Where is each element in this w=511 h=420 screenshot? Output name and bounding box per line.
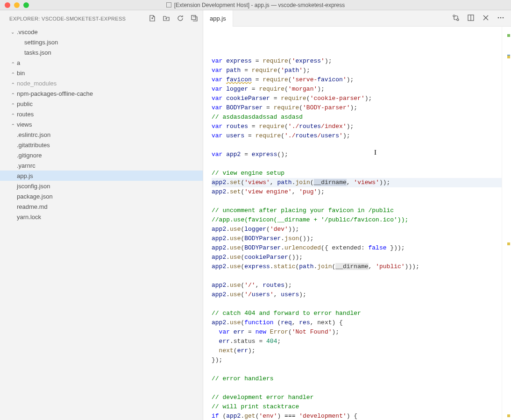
tab-label: app.js xyxy=(210,15,226,22)
code-line: app2.use(logger('dev')); xyxy=(212,225,502,234)
file-.gitattributes[interactable]: .gitattributes xyxy=(0,140,203,150)
main-area: EXPLORER: VSCODE-SMOKETEST-EXPRESS ⌄.vsc… xyxy=(0,10,511,420)
code-line: // development error handler xyxy=(212,393,502,402)
tree-item-label: readme.md xyxy=(16,203,48,210)
close-window-button[interactable] xyxy=(5,2,10,8)
folder-bin[interactable]: ›bin xyxy=(0,68,203,78)
tree-item-label: npm-packages-offline-cache xyxy=(16,90,93,97)
code-line: app2.use(BODYParser.urlencoded({ extende… xyxy=(212,243,502,253)
tree-item-label: a xyxy=(16,59,20,66)
code-line: // asdasdasdadssad asdasd xyxy=(212,113,502,122)
window-title-text: [Extension Development Host] - app.js — … xyxy=(174,2,345,8)
tree-item-label: node_modules xyxy=(16,80,57,87)
tree-item-label: bin xyxy=(16,70,25,77)
explorer-sidebar: EXPLORER: VSCODE-SMOKETEST-EXPRESS ⌄.vsc… xyxy=(0,10,203,420)
tree-item-label: settings.json xyxy=(23,39,58,46)
code-line: var app2 = express(); xyxy=(212,150,502,159)
code-line: var express = require('express'); xyxy=(212,57,502,66)
minimap-marker xyxy=(507,242,510,245)
code-line: app2.use('/', routes); xyxy=(212,281,502,290)
tree-item-label: app.js xyxy=(16,172,33,179)
file-readme.md[interactable]: readme.md xyxy=(0,201,203,212)
folder-views[interactable]: ›views xyxy=(0,119,203,129)
file-.yarnrc[interactable]: .yarnrc xyxy=(0,160,203,171)
compare-changes-icon[interactable] xyxy=(452,14,460,23)
code-line: app2.use(BODYParser.json()); xyxy=(212,234,502,243)
file-tree[interactable]: ⌄.vscodesettings.jsontasks.json›a›bin›no… xyxy=(0,27,203,420)
folder-.vscode[interactable]: ⌄.vscode xyxy=(0,27,203,37)
new-file-icon[interactable] xyxy=(149,14,156,23)
new-folder-icon[interactable] xyxy=(163,14,170,23)
code-line: // catch 404 and forward to error handle… xyxy=(212,309,502,318)
split-editor-icon[interactable] xyxy=(467,14,475,23)
code-line: }); xyxy=(212,356,502,365)
chevron-icon: ⌄ xyxy=(9,29,16,35)
file-settings.json[interactable]: settings.json xyxy=(0,37,203,47)
code-line: var BODYParser = require('BODY-parser'); xyxy=(212,103,502,113)
code-line: app2.use(cookieParser()); xyxy=(212,253,502,262)
file-app.js[interactable]: app.js xyxy=(0,171,203,181)
code-line: var favicon = require('serve-favicon'); xyxy=(212,75,502,85)
code-line xyxy=(212,141,502,150)
folder-routes[interactable]: ›routes xyxy=(0,109,203,119)
tree-item-label: tasks.json xyxy=(23,49,51,56)
code-line: next(err); xyxy=(212,346,502,356)
code-line: err.status = 404; xyxy=(212,337,502,346)
tree-item-label: .gitignore xyxy=(16,152,42,159)
chevron-icon: › xyxy=(10,70,15,76)
minimap-marker xyxy=(507,34,510,37)
code-line: var err = new Error('Not Found'); xyxy=(212,327,502,337)
tree-item-label: public xyxy=(16,100,33,107)
file-yarn.lock[interactable]: yarn.lock xyxy=(0,212,203,222)
code-line xyxy=(212,197,502,206)
tree-item-label: yarn.lock xyxy=(16,214,41,221)
dirty-indicator-icon xyxy=(166,2,171,7)
maximize-window-button[interactable] xyxy=(23,2,29,8)
tree-item-label: package.json xyxy=(16,193,53,200)
svg-point-5 xyxy=(500,17,502,18)
code-area: I var express = require('express');var p… xyxy=(203,27,511,420)
folder-a[interactable]: ›a xyxy=(0,57,203,68)
close-editor-icon[interactable] xyxy=(482,14,490,23)
chevron-icon: › xyxy=(10,111,15,117)
tab-bar: app.js xyxy=(203,10,511,27)
chevron-icon: › xyxy=(10,121,15,128)
code-editor[interactable]: I var express = require('express');var p… xyxy=(203,27,502,420)
tree-item-label: jsconfig.json xyxy=(16,183,50,190)
code-line: app2.set('view engine', 'pug'); xyxy=(212,187,502,197)
code-line: //app.use(favicon(__dirname + '/public/f… xyxy=(212,215,502,225)
code-line: var path = require('path'); xyxy=(212,66,502,75)
code-line xyxy=(212,384,502,393)
svg-point-6 xyxy=(503,17,504,18)
file-jsconfig.json[interactable]: jsconfig.json xyxy=(0,181,203,191)
code-line: // will print stacktrace xyxy=(212,402,502,412)
folder-public[interactable]: ›public xyxy=(0,99,203,109)
code-line xyxy=(212,271,502,281)
refresh-icon[interactable] xyxy=(177,14,184,23)
code-line: var logger = require('morgan'); xyxy=(212,85,502,94)
minimap-marker xyxy=(507,56,510,58)
svg-rect-0 xyxy=(192,15,196,20)
window-title: [Extension Development Host] - app.js — … xyxy=(0,2,511,8)
folder-node_modules[interactable]: ›node_modules xyxy=(0,78,203,88)
folder-npm-packages-offline-cache[interactable]: ›npm-packages-offline-cache xyxy=(0,88,203,99)
file-.eslintrc.json[interactable]: .eslintrc.json xyxy=(0,129,203,140)
file-package.json[interactable]: package.json xyxy=(0,191,203,201)
svg-point-2 xyxy=(457,19,459,21)
explorer-title: EXPLORER: VSCODE-SMOKETEST-EXPRESS xyxy=(9,16,126,21)
tree-item-label: .eslintrc.json xyxy=(16,131,50,138)
tree-item-label: .vscode xyxy=(16,28,38,36)
file-tasks.json[interactable]: tasks.json xyxy=(0,47,203,57)
code-line: var users = require('./routes/users'); xyxy=(212,131,502,141)
minimap[interactable] xyxy=(502,27,511,420)
minimize-window-button[interactable] xyxy=(14,2,20,8)
more-actions-icon[interactable] xyxy=(497,14,504,23)
chevron-icon: › xyxy=(10,100,15,107)
code-line: // error handlers xyxy=(212,374,502,384)
titlebar: [Extension Development Host] - app.js — … xyxy=(0,0,511,10)
code-line: app2.use(function (req, res, next) { xyxy=(212,318,502,327)
code-line: app2.use('/users', users); xyxy=(212,290,502,299)
file-.gitignore[interactable]: .gitignore xyxy=(0,150,203,160)
collapse-all-icon[interactable] xyxy=(191,14,198,23)
tab-app-js[interactable]: app.js xyxy=(203,10,233,27)
